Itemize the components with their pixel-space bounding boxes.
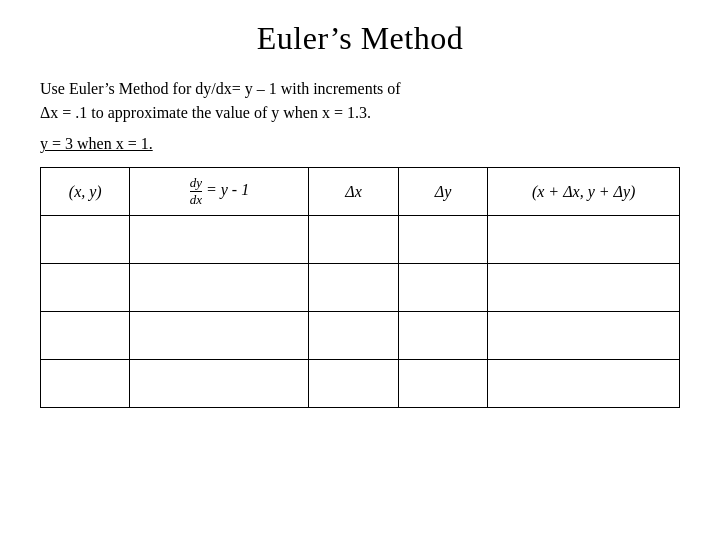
col-header-xy: (x, y) bbox=[41, 168, 130, 216]
deltay-label: Δy bbox=[435, 183, 452, 200]
cell bbox=[488, 264, 680, 312]
table-row bbox=[41, 264, 680, 312]
dydx-fraction: dy dx = y - 1 bbox=[190, 181, 250, 198]
cell bbox=[41, 312, 130, 360]
euler-table-container: (x, y) dy dx = y - 1 Δx Δy bbox=[40, 167, 680, 408]
initial-condition: y = 3 when x = 1. bbox=[40, 135, 153, 153]
cell bbox=[309, 264, 398, 312]
cell bbox=[488, 312, 680, 360]
cell bbox=[309, 216, 398, 264]
xy-label: (x, y) bbox=[69, 183, 102, 200]
table-header-row: (x, y) dy dx = y - 1 Δx Δy bbox=[41, 168, 680, 216]
table-row bbox=[41, 312, 680, 360]
euler-table: (x, y) dy dx = y - 1 Δx Δy bbox=[40, 167, 680, 408]
page-title: Euler’s Method bbox=[40, 20, 680, 57]
deltax-label: Δx bbox=[345, 183, 362, 200]
cell bbox=[398, 216, 487, 264]
description: Use Euler’s Method for dy/dx= y – 1 with… bbox=[40, 77, 401, 125]
col-header-next: (x + Δx, y + Δy) bbox=[488, 168, 680, 216]
cell bbox=[488, 360, 680, 408]
col-header-deltay: Δy bbox=[398, 168, 487, 216]
cell bbox=[130, 312, 309, 360]
cell bbox=[398, 312, 487, 360]
cell bbox=[309, 312, 398, 360]
description-line1: Use Euler’s Method for dy/dx= y – 1 with… bbox=[40, 80, 401, 97]
cell bbox=[130, 360, 309, 408]
cell bbox=[41, 216, 130, 264]
cell bbox=[398, 264, 487, 312]
cell bbox=[309, 360, 398, 408]
description-line2: Δx = .1 to approximate the value of y wh… bbox=[40, 104, 371, 121]
cell bbox=[41, 264, 130, 312]
cell bbox=[41, 360, 130, 408]
cell bbox=[130, 264, 309, 312]
col-header-deltax: Δx bbox=[309, 168, 398, 216]
col-header-dydx: dy dx = y - 1 bbox=[130, 168, 309, 216]
cell bbox=[488, 216, 680, 264]
table-row bbox=[41, 360, 680, 408]
table-row bbox=[41, 216, 680, 264]
next-label: (x + Δx, y + Δy) bbox=[532, 183, 635, 200]
cell bbox=[130, 216, 309, 264]
cell bbox=[398, 360, 487, 408]
